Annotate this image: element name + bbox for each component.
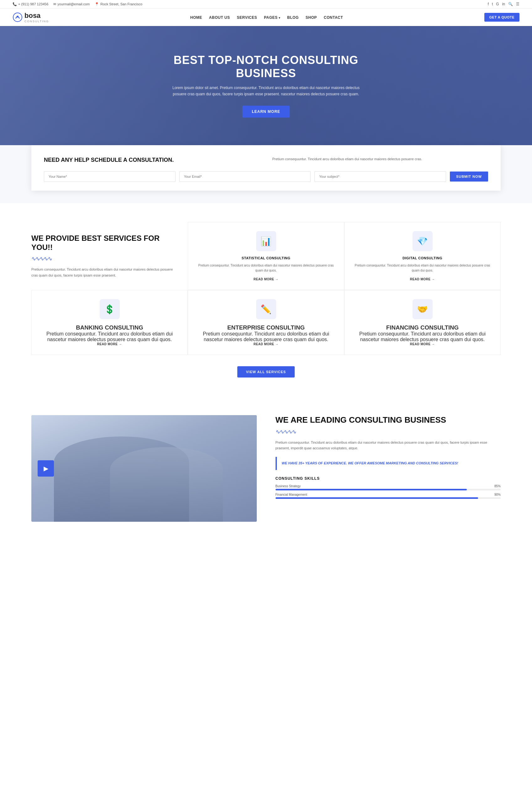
instagram-icon[interactable]: in <box>502 2 505 6</box>
consult-title-block: NEED ANY HELP SCHEDULE A CONSULTATION. <box>44 156 260 164</box>
map-pin-icon: 📍 <box>95 2 99 6</box>
banking-desc: Pretium consequuntur. Tincidunt arcu dol… <box>39 331 180 342</box>
financing-read-more[interactable]: READ MORE → <box>352 342 493 346</box>
digital-icon-wrap: 💎 <box>413 231 433 251</box>
hero-content: BEST TOP-NOTCH CONSULTING BUSINESS Lorem… <box>144 54 388 118</box>
digital-title: DIGITAL CONSULTING <box>352 256 493 260</box>
enterprise-desc: Pretium consequuntur. Tincidunt arcu dol… <box>196 331 336 342</box>
svg-point-1 <box>17 16 19 18</box>
hero-description: Lorem ipsum dolor sit amet. Pretium cons… <box>166 85 366 97</box>
search-icon[interactable]: 🔍 <box>508 2 513 6</box>
skill-1-label: Business Strategy <box>276 484 301 488</box>
email-input[interactable] <box>179 171 311 182</box>
about-title: WE ARE LEADING CONSULTING BUSINESS <box>276 415 501 425</box>
get-quote-button[interactable]: GET A QUOTE <box>484 13 519 22</box>
view-all-wrap: VIEW ALL SERVICES <box>31 366 501 378</box>
menu-bars-icon[interactable]: ☰ <box>516 2 519 6</box>
wave-decoration: ∿∿∿∿∿ <box>31 255 178 262</box>
enterprise-read-more[interactable]: READ MORE → <box>196 342 336 346</box>
service-card-digital: 💎 DIGITAL CONSULTING Pretium consequuntu… <box>344 222 501 290</box>
services-row-1: WE PROVIDE BEST SERVICES FOR YOU!! ∿∿∿∿∿… <box>31 222 501 290</box>
skill-1-fill <box>276 489 467 491</box>
about-content: WE ARE LEADING CONSULTING BUSINESS ∿∿∿∿∿… <box>276 415 501 501</box>
consultation-wrapper: NEED ANY HELP SCHEDULE A CONSULTATION. P… <box>0 145 532 203</box>
view-all-services-button[interactable]: VIEW ALL SERVICES <box>237 366 295 378</box>
phone-info: 📞 + (911) 987 123456 <box>13 2 48 6</box>
email-icon: ✉ <box>53 2 56 6</box>
about-wave-decoration: ∿∿∿∿∿ <box>276 428 501 435</box>
financing-title: FINANCING CONSULTING <box>352 324 493 331</box>
about-photo: ▶ <box>31 415 257 522</box>
consult-description-block: Pretium consequuntur. Tincidunt arcu dol… <box>272 156 489 164</box>
phone-icon: 📞 <box>13 2 17 6</box>
nav-item-contact[interactable]: CONTACT <box>324 15 343 20</box>
services-intro: WE PROVIDE BEST SERVICES FOR YOU!! ∿∿∿∿∿… <box>31 222 188 290</box>
dollar-icon: 💲 <box>104 304 115 314</box>
about-section: ▶ WE ARE LEADING CONSULTING BUSINESS ∿∿∿… <box>0 396 532 540</box>
nav-item-about[interactable]: ABOUT US <box>209 15 230 20</box>
submit-button[interactable]: SUBMIT NOW <box>450 172 488 181</box>
address-info: 📍 Rock Street, San Francisco <box>95 2 142 6</box>
statistical-title: STATISTICAL CONSULTING <box>196 256 336 260</box>
google-icon[interactable]: G <box>496 2 499 6</box>
skills-title: CONSULTING SKILLS <box>276 476 501 481</box>
consult-description: Pretium consequuntur. Tincidunt arcu dol… <box>272 156 489 162</box>
name-input[interactable] <box>44 171 175 182</box>
email-address: yourmail@email.com <box>57 2 90 6</box>
banking-title: BANKING CONSULTING <box>39 324 180 331</box>
logo-subtitle: CONSULTING <box>24 20 49 23</box>
skill-bar-2: Financial Management 90% <box>276 493 501 499</box>
twitter-icon[interactable]: t <box>492 2 493 6</box>
skill-2-track <box>276 497 501 499</box>
services-row-2: 💲 BANKING CONSULTING Pretium consequuntu… <box>31 290 501 355</box>
enterprise-icon-wrap: ✏️ <box>256 299 276 319</box>
handshake-icon: 🤝 <box>417 304 428 314</box>
nav-item-shop[interactable]: SHOP <box>306 15 317 20</box>
about-quote-text: WE HAVE 35+ YEARS OF EXPERIENCE. WE OFFE… <box>282 461 496 466</box>
consultation-section: NEED ANY HELP SCHEDULE A CONSULTATION. P… <box>31 145 501 191</box>
facebook-icon[interactable]: f <box>488 2 489 6</box>
nav-item-services[interactable]: SERVICES <box>237 15 257 20</box>
statistical-icon-wrap: 📊 <box>256 231 276 251</box>
navbar: bosa CONSULTING HOME ABOUT US SERVICES P… <box>0 8 532 26</box>
person-silhouette-2 <box>110 447 223 522</box>
service-card-banking: 💲 BANKING CONSULTING Pretium consequuntu… <box>31 290 188 355</box>
diamond-icon: 💎 <box>417 236 428 246</box>
services-title: WE PROVIDE BEST SERVICES FOR YOU!! <box>31 234 178 252</box>
nav-item-blog[interactable]: BLOG <box>287 15 299 20</box>
nav-item-pages[interactable]: PAGES <box>264 15 280 20</box>
skill-2-fill <box>276 497 478 499</box>
about-quote-block: WE HAVE 35+ YEARS OF EXPERIENCE. WE OFFE… <box>276 457 501 470</box>
hero-title: BEST TOP-NOTCH CONSULTING BUSINESS <box>144 54 388 80</box>
subject-input[interactable] <box>315 171 446 182</box>
statistical-read-more[interactable]: READ MORE → <box>196 278 336 281</box>
about-description: Pretium consequuntur. Tincidunt arcu dol… <box>276 440 501 451</box>
hero-section: BEST TOP-NOTCH CONSULTING BUSINESS Lorem… <box>0 26 532 145</box>
logo[interactable]: bosa CONSULTING <box>13 12 49 23</box>
service-card-enterprise: ✏️ ENTERPRISE CONSULTING Pretium consequ… <box>188 290 344 355</box>
chart-pie-icon: 📊 <box>261 236 271 246</box>
nav-item-home[interactable]: HOME <box>190 15 202 20</box>
statistical-desc: Pretium consequuntur. Tincidunt arcu dol… <box>196 263 336 273</box>
skill-1-percent: 85% <box>494 484 501 488</box>
banking-read-more[interactable]: READ MORE → <box>39 342 180 346</box>
banking-icon-wrap: 💲 <box>100 299 120 319</box>
top-bar: 📞 + (911) 987 123456 ✉ yourmail@email.co… <box>0 0 532 8</box>
nav-links: HOME ABOUT US SERVICES PAGES BLOG SHOP C… <box>190 15 343 20</box>
play-icon: ▶ <box>43 465 48 472</box>
skill-bar-1: Business Strategy 85% <box>276 484 501 491</box>
digital-read-more[interactable]: READ MORE → <box>352 278 493 281</box>
consult-top-row: NEED ANY HELP SCHEDULE A CONSULTATION. P… <box>44 156 488 164</box>
services-description: Pretium consequuntur. Tincidunt arcu dol… <box>31 267 178 278</box>
consult-form: SUBMIT NOW <box>44 171 488 182</box>
address-text: Rock Street, San Francisco <box>100 2 142 6</box>
learn-more-button[interactable]: LEARN MORE <box>242 106 290 118</box>
service-card-statistical: 📊 STATISTICAL CONSULTING Pretium consequ… <box>188 222 344 290</box>
about-image-block: ▶ <box>31 415 257 522</box>
consult-heading: NEED ANY HELP SCHEDULE A CONSULTATION. <box>44 156 260 164</box>
top-bar-contact: 📞 + (911) 987 123456 ✉ yourmail@email.co… <box>13 2 142 6</box>
play-button[interactable]: ▶ <box>38 460 54 477</box>
logo-icon <box>13 12 23 22</box>
phone-number: + (911) 987 123456 <box>18 2 48 6</box>
consulting-skills: CONSULTING SKILLS Business Strategy 85% … <box>276 476 501 499</box>
